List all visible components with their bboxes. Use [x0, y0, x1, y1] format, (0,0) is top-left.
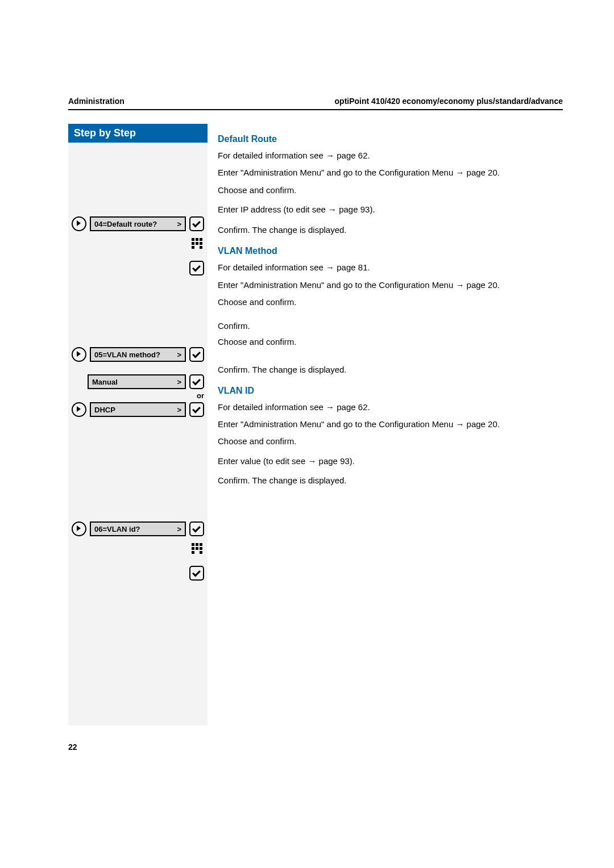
ok-icon[interactable]: [189, 347, 204, 362]
text: Enter "Administration Menu" and go to th…: [218, 167, 563, 178]
text: Enter "Administration Menu" and go to th…: [218, 279, 563, 291]
step-column: Step by Step 04=Default route? >: [68, 124, 208, 725]
nav-right-icon[interactable]: [72, 521, 86, 536]
section-title-vlan-id: VLAN ID: [218, 386, 563, 396]
section-title-default-route: Default Route: [218, 134, 563, 144]
nav-right-icon[interactable]: [72, 347, 86, 362]
keypad-icon[interactable]: [192, 238, 204, 251]
lcd-default-route: 04=Default route? >: [90, 216, 186, 231]
lcd-text: DHCP: [94, 406, 115, 414]
step-manual: Manual >: [68, 372, 208, 392]
lcd-text: 06=VLAN id?: [94, 525, 140, 533]
gt-symbol: >: [177, 350, 181, 359]
page-header: Administration optiPoint 410/420 economy…: [68, 97, 563, 110]
instruction-column: Default Route For detailed information s…: [208, 124, 563, 492]
ok-icon[interactable]: [189, 402, 204, 417]
text: For detailed information see → page 62.: [218, 402, 563, 413]
step-vlan-id: 06=VLAN id? >: [68, 519, 208, 539]
header-left: Administration: [68, 97, 125, 106]
lcd-manual: Manual >: [88, 374, 186, 389]
text: Enter value (to edit see → page 93).: [218, 456, 563, 467]
or-label: or: [68, 392, 208, 399]
lcd-text: 05=VLAN method?: [94, 350, 160, 359]
ok-icon[interactable]: [189, 566, 204, 581]
text: Enter "Administration Menu" and go to th…: [218, 419, 563, 430]
ok-icon[interactable]: [189, 216, 204, 231]
gt-symbol: >: [177, 220, 181, 228]
step-confirm-row: [68, 258, 208, 278]
page-number: 22: [68, 742, 563, 752]
lcd-dhcp: DHCP >: [90, 402, 186, 417]
text: Confirm.: [218, 320, 563, 332]
keypad-icon[interactable]: [192, 543, 204, 556]
lcd-text: Manual: [92, 378, 118, 386]
section-title-vlan-method: VLAN Method: [218, 246, 563, 256]
step-keypad-row-2: [68, 539, 208, 560]
text: Confirm. The change is displayed.: [218, 475, 563, 486]
text: Choose and confirm.: [218, 336, 563, 348]
header-right: optiPoint 410/420 economy/economy plus/s…: [335, 97, 563, 106]
step-vlan-method: 05=VLAN method? >: [68, 344, 208, 365]
ok-icon[interactable]: [189, 521, 204, 536]
step-by-step-title: Step by Step: [68, 124, 208, 143]
lcd-text: 04=Default route?: [94, 220, 157, 228]
text: Choose and confirm.: [218, 185, 563, 196]
step-default-route: 04=Default route? >: [68, 214, 208, 234]
ok-icon[interactable]: [189, 261, 204, 276]
nav-right-icon[interactable]: [72, 402, 86, 417]
step-keypad-row: [68, 234, 208, 254]
text: Choose and confirm.: [218, 297, 563, 308]
step-dhcp: DHCP >: [68, 399, 208, 420]
gt-symbol: >: [177, 525, 181, 533]
text: Choose and confirm.: [218, 436, 563, 447]
step-confirm-row-3: [68, 563, 208, 583]
gt-symbol: >: [177, 406, 181, 414]
nav-right-icon[interactable]: [72, 216, 86, 231]
lcd-vlan-id: 06=VLAN id? >: [90, 521, 186, 536]
gt-symbol: >: [177, 378, 181, 386]
lcd-vlan-method: 05=VLAN method? >: [90, 347, 186, 362]
text: For detailed information see → page 62.: [218, 150, 563, 161]
text: Enter IP address (to edit see → page 93)…: [218, 204, 563, 215]
ok-icon[interactable]: [189, 374, 204, 389]
text: Confirm. The change is displayed.: [218, 364, 563, 375]
text: Confirm. The change is displayed.: [218, 224, 563, 236]
text: For detailed information see → page 81.: [218, 262, 563, 273]
